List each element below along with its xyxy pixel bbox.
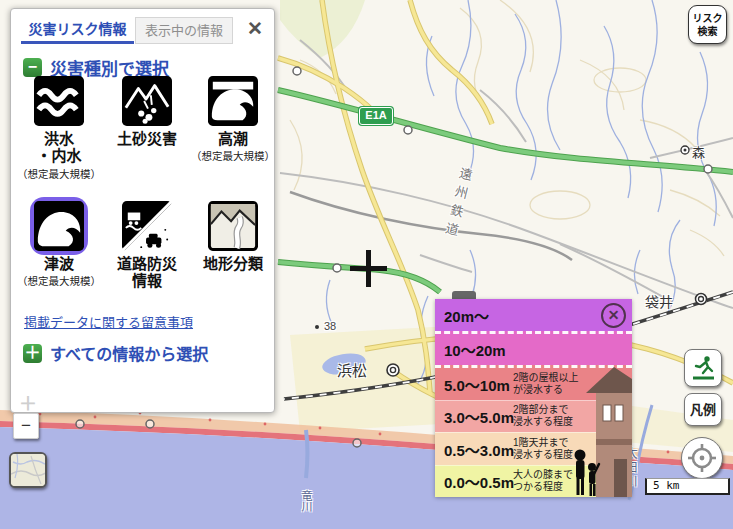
risk-search-label: リスク [693,13,723,24]
legend-row: 20m～ ✕ [435,299,632,331]
landform-icon [208,201,258,251]
gps-locate-button[interactable] [681,437,723,479]
legend-desc: 2階の屋根以上が浸水する [513,372,579,396]
road-disaster-icon [122,201,172,251]
hazard-type-storm-surge[interactable]: 高潮 （想定最大規模） [191,76,275,163]
map-crosshair [366,250,371,287]
legend-label: 0.0～0.5m [444,471,514,492]
hazard-type-landslide[interactable]: 土砂災害 [105,76,189,148]
risk-search-label: 検索 [698,26,718,37]
section-select-from-all[interactable]: ＋ すべての情報から選択 [23,341,208,365]
legend-row: 3.0～5.0m 2階部分まで浸水する程度 [435,400,632,433]
overview-minimap-button[interactable] [9,452,47,488]
disaster-risk-panel: 災害リスク情報 表示中の情報 ✕ − 災害種別で選択 洪水・内水 （想定最大規模… [10,8,275,413]
legend-row: 0.5～3.0m 1階天井まで浸水する程度 [435,432,632,465]
evacuation-person-icon [689,354,717,382]
tab-displayed-info[interactable]: 表示中の情報 [135,17,233,44]
legend-label: 20m～ [444,304,489,325]
panel-close-icon[interactable]: ✕ [244,18,266,40]
evacuation-site-button[interactable] [684,349,722,387]
legend-row: 5.0～10m 2階の屋根以上が浸水する [435,365,632,400]
zoom-out-button[interactable]: − [13,413,39,439]
legend-desc: 大人の膝までつかる程度 [513,469,573,493]
legend-label: 10～20m [444,339,506,360]
tsunami-icon [34,201,84,251]
gps-crosshair-icon [687,443,717,473]
legend-desc: 1階天井まで浸水する程度 [513,437,573,461]
legend-label: 3.0～5.0m [444,406,514,427]
section-title: すべての情報から選択 [50,341,208,365]
tab-disaster-risk-info[interactable]: 災害リスク情報 [21,16,134,44]
legend-close-button[interactable]: ✕ [601,303,626,328]
legend-desc: 2階部分まで浸水する程度 [513,404,573,428]
legend-label: 5.0～10m [444,373,510,394]
legend-row: 0.0～0.5m 大人の膝までつかる程度 [435,465,632,498]
legend-label: 0.5～3.0m [444,438,514,459]
hazard-type-landform[interactable]: 地形分類 [191,201,275,273]
hazard-type-tsunami[interactable]: 津波 （想定最大規模） [17,201,101,288]
expand-plus-icon[interactable]: ＋ [23,344,42,363]
map-scale-bar: 5 km [645,478,730,495]
legend-row: 10～20m [435,331,632,366]
minimap-thumbnail [11,454,47,488]
expressway-shield-e1a: E1A [359,107,393,125]
map-label-mori: 森 [692,142,705,161]
data-notes-link[interactable]: 掲載データに関する留意事項 [24,312,193,331]
tsunami-depth-legend: 20m～ ✕ 10～20m 5.0～10m 2階の屋根以上が浸水する 3.0～5… [435,299,632,497]
legend-toggle-button[interactable]: 凡例 [684,393,722,426]
map-label-elevation-38: 38 [324,320,336,332]
risk-search-button[interactable]: リスク 検索 [688,5,727,44]
storm-surge-icon [208,76,258,126]
zoom-in-button[interactable]: ＋ [19,389,37,415]
map-label-ryu-river: 竜川 [298,490,314,512]
map-label-hamamatsu: 浜松 [337,359,367,380]
hazard-type-flood[interactable]: 洪水・内水 （想定最大規模） [17,76,101,181]
landslide-icon [122,76,172,126]
flood-icon [34,76,84,126]
hazard-type-road-disaster[interactable]: 道路防災情報 [105,201,189,291]
hazard-map-app: 森 袋井 浜松 38 遠州鉄道 太田川 竜川 E1A 20m～ ✕ 10～20m… [0,0,733,529]
collapse-minus-icon[interactable]: − [23,58,42,77]
map-label-fukuroi: 袋井 [645,291,673,311]
